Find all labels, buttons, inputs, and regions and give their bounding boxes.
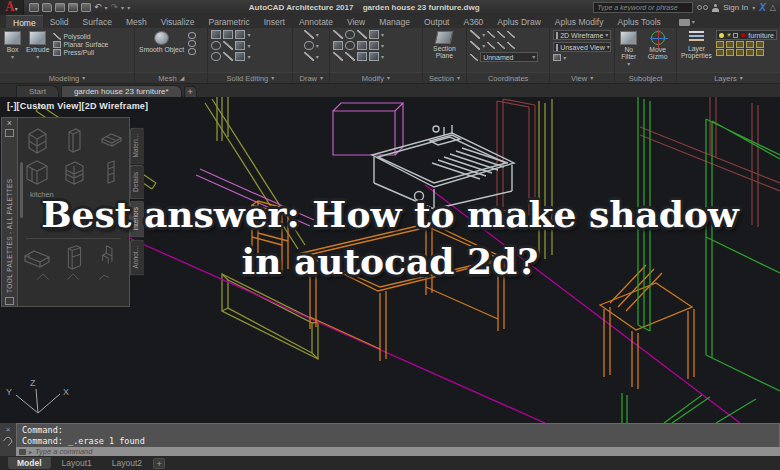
press-pull-button[interactable]: Press/Pull	[53, 49, 108, 56]
tool-base-cabinet-icon[interactable]	[24, 156, 50, 188]
section-plane-button[interactable]: Section Plane	[426, 30, 463, 60]
ribbon-tab-mesh[interactable]: Mesh	[119, 15, 154, 28]
shell-icon[interactable]	[211, 52, 221, 61]
view-name-dropdown[interactable]: Unsaved View ▾	[553, 42, 611, 52]
circle-icon[interactable]	[304, 41, 314, 50]
exchange-apps-icon[interactable]: X	[759, 2, 766, 13]
panel-label-coordinates[interactable]: Coordinates	[467, 72, 549, 83]
trim-icon[interactable]	[357, 30, 367, 39]
command-close-icon[interactable]: ×	[6, 426, 11, 434]
layer-freeze-icon[interactable]	[736, 41, 744, 48]
smooth-object-button[interactable]: Smooth Object	[138, 30, 185, 54]
ribbon-display-toggle[interactable]: ▾	[672, 15, 702, 28]
arc-icon[interactable]	[304, 52, 314, 61]
ribbon-tab-aplus-draw[interactable]: Aplus Draw	[490, 15, 547, 28]
ribbon-tab-parametric[interactable]: Parametric	[202, 15, 257, 28]
stretch-icon[interactable]	[357, 41, 367, 50]
redo-icon[interactable]: ↷	[111, 3, 119, 12]
ribbon-tab-home[interactable]: Home	[6, 15, 43, 28]
move-icon[interactable]	[333, 30, 343, 39]
ucs-object-icon[interactable]	[507, 42, 515, 49]
layer-unlock-icon[interactable]	[756, 49, 764, 56]
ribbon-tab-visualize[interactable]: Visualize	[154, 15, 202, 28]
command-input[interactable]	[35, 447, 777, 456]
layer-unisolate-icon[interactable]	[726, 41, 734, 48]
ucs-origin-icon[interactable]	[497, 31, 505, 38]
layout-tab-layout2[interactable]: Layout2	[103, 457, 151, 469]
ribbon-tab-aplus-modify[interactable]: Aplus Modify	[548, 15, 611, 28]
open-file-icon[interactable]	[42, 3, 52, 12]
new-file-icon[interactable]	[29, 3, 39, 12]
undo-caret-icon[interactable]: ▾	[105, 5, 108, 11]
ribbon-tab-solid[interactable]: Solid	[43, 15, 76, 28]
rotate-icon[interactable]	[345, 30, 355, 39]
box-button[interactable]: Box ▾	[3, 30, 22, 61]
tool-sink-tray-icon[interactable]	[98, 124, 124, 156]
layer-dropdown[interactable]: ☀ furniture	[716, 30, 777, 40]
panel-label-modify[interactable]: Modify▾	[330, 72, 422, 83]
panel-label-modeling[interactable]: Modeling▾	[0, 72, 134, 83]
panel-label-section[interactable]: Section▾	[423, 72, 466, 83]
file-tab-start[interactable]: Start	[16, 85, 59, 97]
offset-icon[interactable]	[369, 52, 379, 61]
sign-in-button[interactable]: Sign In	[723, 3, 748, 12]
palette-close-icon[interactable]: ×	[7, 119, 12, 127]
layout-tab-model[interactable]: Model	[8, 457, 51, 469]
search-binoculars-icon[interactable]	[697, 5, 708, 10]
command-history[interactable]: Command: Command: _.erase 1 found	[16, 423, 780, 447]
ucs-icon-btn[interactable]	[470, 30, 480, 39]
mesh-refine-icon[interactable]	[188, 32, 196, 39]
palette-tab-materials[interactable]: Materi...	[130, 127, 144, 164]
file-tab-drawing[interactable]: garden house 23 furniture*	[61, 85, 182, 97]
planar-surface-button[interactable]: Planar Surface	[53, 41, 108, 48]
layer-match-icon[interactable]	[756, 41, 764, 48]
union-icon[interactable]	[211, 30, 221, 39]
mirror-icon[interactable]	[345, 41, 355, 50]
ucs-named-dropdown[interactable]: Unnamed ▾	[480, 52, 538, 62]
save-as-icon[interactable]	[68, 3, 78, 12]
intersect-icon[interactable]	[235, 30, 245, 39]
panel-label-view[interactable]: View▾	[550, 72, 614, 83]
panel-label-mesh[interactable]: Mesh◢	[135, 72, 207, 83]
ribbon-tab-manage[interactable]: Manage	[372, 15, 417, 28]
interfere-icon[interactable]	[223, 41, 233, 50]
layer-properties-button[interactable]: Layer Properties	[680, 30, 713, 60]
drawing-canvas[interactable]: Y Z X [-][Custom View][2D Wireframe] × T…	[0, 97, 780, 423]
line-icon[interactable]	[304, 30, 314, 39]
polysolid-button[interactable]: Polysolid	[53, 33, 108, 40]
redo-caret-icon[interactable]: ▾	[121, 5, 124, 11]
tool-drawer-unit-icon[interactable]	[61, 156, 87, 188]
scale-icon[interactable]	[369, 41, 379, 50]
tool-shelf-icon[interactable]	[98, 156, 124, 188]
layer-off-icon[interactable]	[746, 41, 754, 48]
panel-label-layers[interactable]: Layers▾	[677, 72, 780, 83]
viewport-config-icon[interactable]	[553, 54, 561, 61]
ucs-z-icon[interactable]	[507, 31, 515, 38]
mesh-add-icon[interactable]	[188, 40, 196, 47]
offset-edge-icon[interactable]	[235, 52, 245, 61]
layer-make-current-icon[interactable]	[716, 49, 724, 56]
sign-in-caret-icon[interactable]: ▾	[752, 5, 755, 11]
panel-label-draw[interactable]: Draw▾	[293, 72, 329, 83]
ribbon-tab-aplus-tools[interactable]: Aplus Tools	[610, 15, 667, 28]
layer-walk-icon[interactable]	[736, 49, 744, 56]
no-filter-button[interactable]: No Filter ▾	[618, 30, 639, 68]
undo-icon[interactable]: ↶	[94, 3, 102, 12]
help-icon[interactable]: △	[770, 3, 776, 12]
ribbon-tab-output[interactable]: Output	[417, 15, 457, 28]
explode-icon[interactable]	[345, 52, 355, 61]
layer-lock2-icon[interactable]	[746, 49, 754, 56]
fillet-icon[interactable]	[369, 30, 379, 39]
erase-icon[interactable]	[333, 52, 343, 61]
viewport-controls[interactable]: [-][Custom View][2D Wireframe]	[7, 101, 148, 111]
imprint-icon[interactable]	[223, 52, 233, 61]
app-menu-button[interactable]: A▾	[0, 0, 24, 15]
subtract-icon[interactable]	[223, 30, 233, 39]
ucs-named-icon[interactable]	[470, 54, 478, 61]
print-icon[interactable]	[81, 3, 91, 12]
ribbon-tab-view[interactable]: View	[340, 15, 372, 28]
ucs-previous-icon[interactable]	[470, 41, 480, 50]
copy-icon[interactable]	[333, 41, 343, 50]
tool-cabinet-icon[interactable]	[24, 124, 50, 156]
palette-autohide-icon[interactable]	[5, 129, 14, 137]
